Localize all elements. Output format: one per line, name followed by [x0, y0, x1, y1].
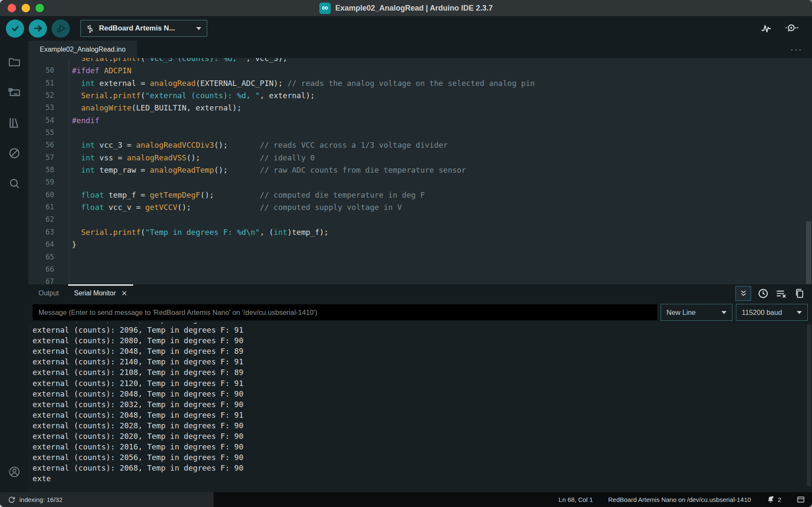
account-person-icon — [8, 466, 21, 478]
serial-line: external (counts): 2056, Temp in degrees… — [33, 452, 804, 463]
line-number: 56 — [28, 139, 54, 151]
serial-message-input[interactable] — [33, 304, 657, 320]
check-icon — [10, 23, 21, 34]
line-number: 54 — [28, 114, 54, 127]
bottom-panel: Output Serial Monitor ✕ — [28, 284, 812, 492]
line-number: 59 — [28, 176, 54, 188]
serial-line: external (counts): 2120, Temp in degrees… — [33, 378, 804, 389]
line-number: 61 — [28, 201, 54, 213]
code-editor[interactable]: 505152535455565758596061626364656667 Ser… — [28, 58, 812, 284]
line-number: 60 — [28, 189, 54, 201]
folder-icon — [8, 55, 21, 69]
window-title-text: Example02_AnalogRead | Arduino IDE 2.3.7 — [335, 4, 493, 13]
serial-line: external (counts): 2048, Temp in degrees… — [33, 389, 804, 399]
line-number: 62 — [28, 213, 54, 226]
usb-icon — [86, 23, 94, 33]
tab-sketch-file[interactable]: Example02_AnalogRead.ino — [28, 41, 137, 58]
sidebar-item-library-manager[interactable] — [0, 107, 28, 138]
library-books-icon — [7, 116, 22, 130]
serial-monitor-icon[interactable] — [784, 22, 798, 35]
cursor-position[interactable]: Ln 68, Col 1 — [559, 496, 593, 503]
toolbar-right — [760, 22, 805, 35]
line-number: 52 — [28, 89, 54, 102]
debug-button[interactable] — [52, 19, 70, 38]
baud-rate-dropdown[interactable]: 115200 baud — [736, 304, 808, 321]
sidebar-item-sketchbook[interactable] — [0, 47, 28, 77]
serial-line: external (counts): 2048, Temp in degrees… — [33, 410, 804, 420]
line-number: 64 — [28, 238, 54, 251]
editor-vertical-scrollbar[interactable] — [806, 221, 811, 284]
sidebar-item-search[interactable] — [0, 168, 28, 199]
close-window-button[interactable] — [8, 4, 16, 12]
line-number-gutter: 505152535455565758596061626364656667 — [28, 58, 54, 284]
code-line — [72, 263, 804, 276]
statusbar-right: Ln 68, Col 1 RedBoard Artemis Nano on /d… — [559, 495, 812, 504]
code-line: int vss = analogReadVSS(); // ideally 0 — [72, 152, 804, 164]
statusbar: indexing: 16/32 Ln 68, Col 1 RedBoard Ar… — [0, 492, 812, 507]
arduino-logo-icon: ∞ — [319, 3, 331, 14]
code-line: Serial.printf("Temp in degrees F: %d\n",… — [72, 226, 804, 238]
tab-label: Example02_AnalogRead.ino — [40, 46, 126, 53]
line-number: 53 — [28, 102, 54, 114]
verify-button[interactable] — [6, 19, 24, 38]
timestamp-clock-icon[interactable] — [757, 288, 769, 299]
line-number: 65 — [28, 251, 54, 263]
code-line: int external = analogRead(EXTERNAL_ADC_P… — [72, 77, 804, 89]
tab-output[interactable]: Output — [33, 284, 65, 302]
tab-serial-monitor[interactable]: Serial Monitor ✕ — [68, 284, 133, 302]
code-line — [72, 127, 804, 139]
serial-line: external (counts): 2108, Temp in degrees… — [33, 367, 804, 377]
serial-plotter-icon[interactable] — [760, 22, 772, 35]
panel-tabbar: Output Serial Monitor ✕ — [28, 284, 812, 302]
board-port-status[interactable]: RedBoard Artemis Nano on /dev/cu.usbseri… — [608, 496, 751, 503]
code-line: #endif — [72, 114, 804, 127]
double-chevron-down-icon — [739, 289, 748, 298]
code-content: Serial.printf("vcc_3 (counts): %d, ", vc… — [72, 58, 804, 284]
clear-output-icon[interactable] — [775, 288, 788, 299]
serial-output-area[interactable]: external (counts): 2096, Temp in degrees… — [28, 322, 812, 492]
serial-line: external (counts): 2048, Temp in degrees… — [33, 346, 804, 356]
line-number: 67 — [28, 276, 54, 284]
indexing-status: indexing: 16/32 — [0, 492, 214, 507]
board-selector-dropdown[interactable]: RedBoard Artemis N... — [80, 20, 207, 37]
code-line: int temp_raw = analogReadTemp(); // raw … — [72, 164, 804, 176]
code-line — [72, 176, 804, 188]
code-line: float temp_f = getTempDegF(); // compute… — [72, 189, 804, 201]
serial-vertical-scrollbar[interactable] — [807, 325, 811, 486]
window-title: ∞ Example02_AnalogRead | Arduino IDE 2.3… — [319, 3, 493, 14]
notifications[interactable]: 2 — [766, 495, 781, 504]
arrow-right-icon — [33, 23, 44, 34]
toolbar: RedBoard Artemis N... — [0, 16, 812, 41]
sidebar-item-boards-manager[interactable] — [0, 77, 28, 107]
sidebar-item-debug[interactable] — [0, 138, 28, 168]
tab-overflow-menu[interactable]: ··· — [790, 44, 812, 54]
minimize-window-button[interactable] — [22, 4, 30, 12]
copy-output-icon[interactable] — [794, 288, 805, 299]
line-ending-dropdown[interactable]: New Line — [661, 304, 732, 321]
activity-sidebar — [0, 41, 28, 492]
upload-button[interactable] — [29, 19, 47, 38]
serial-line: external (counts): 2080, Temp in degrees… — [33, 335, 804, 346]
code-line: analogWrite(LED_BUILTIN, external); — [72, 102, 804, 114]
code-line: #ifdef ADCPIN — [72, 64, 804, 77]
close-icon[interactable]: ✕ — [121, 289, 127, 298]
serial-line: external (counts): 2032, Temp in degrees… — [33, 399, 804, 410]
search-icon — [8, 177, 21, 190]
tab-serial-monitor-label: Serial Monitor — [74, 289, 116, 297]
line-number: 55 — [28, 127, 54, 139]
line-number — [28, 58, 54, 64]
line-number: 63 — [28, 226, 54, 238]
autoscroll-toggle-button[interactable] — [735, 286, 751, 301]
maximize-window-button[interactable] — [36, 4, 44, 12]
code-line — [72, 276, 804, 284]
toggle-panel-icon[interactable] — [796, 495, 805, 504]
serial-line: external (counts): 2140, Temp in degrees… — [33, 356, 804, 367]
code-line: float vcc_v = getVCCV(); // computed sup… — [72, 201, 804, 213]
chevron-down-icon — [797, 311, 802, 314]
indent-guide-line — [69, 58, 69, 284]
serial-output-lines: external (counts): 2096, Temp in degrees… — [33, 322, 804, 484]
code-line — [72, 213, 804, 226]
notification-count: 2 — [778, 496, 781, 503]
line-number: 50 — [28, 64, 54, 77]
sidebar-item-account[interactable] — [0, 457, 28, 487]
